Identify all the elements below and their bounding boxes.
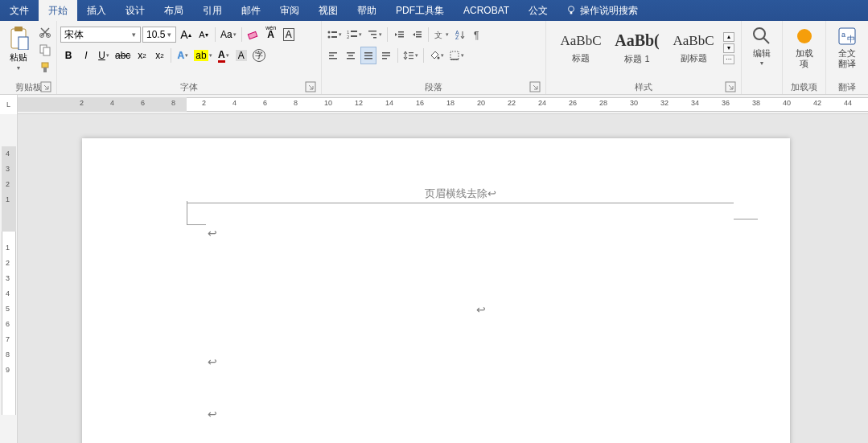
- decrease-indent-button[interactable]: [391, 26, 407, 43]
- tab-pdftools[interactable]: PDF工具集: [386, 0, 454, 21]
- svg-point-55: [754, 28, 765, 39]
- tab-acrobat[interactable]: ACROBAT: [454, 0, 519, 21]
- align-justify-icon: [363, 50, 374, 61]
- style-heading1[interactable]: AaBb( 标题 1: [609, 26, 665, 71]
- shrink-font-button[interactable]: A▾: [195, 26, 212, 43]
- styles-more-button[interactable]: ▴▾⋯: [723, 32, 734, 64]
- underline-button[interactable]: U▾: [96, 47, 112, 64]
- document-canvas[interactable]: 页眉横线去除↩ ↩ ↩ ↩ ↩: [18, 114, 868, 443]
- svg-point-0: [569, 6, 574, 12]
- svg-point-56: [797, 29, 812, 43]
- tab-review[interactable]: 审阅: [270, 0, 309, 21]
- change-case-button[interactable]: Aa▾: [219, 26, 238, 43]
- align-distribute-button[interactable]: [378, 47, 394, 64]
- svg-text:2: 2: [347, 35, 350, 39]
- group-label-clipboard: 剪贴板: [3, 80, 53, 94]
- styles-gallery[interactable]: AaBbC 标题 AaBb( 标题 1 AaBbC 副标题 ▴▾⋯: [549, 23, 738, 71]
- dialog-launcher-icon[interactable]: [305, 81, 316, 92]
- ribbon: 粘贴 ▼ 剪贴板 宋体▾ 10.5▾ A▴ A▾: [0, 21, 868, 95]
- style-subtitle[interactable]: AaBbC 副标题: [665, 26, 722, 71]
- align-left-button[interactable]: [325, 47, 341, 64]
- tell-me-search[interactable]: 操作说明搜索: [557, 4, 646, 18]
- enclose-characters-button[interactable]: 字: [251, 47, 267, 64]
- svg-rect-42: [364, 55, 372, 57]
- increase-indent-button[interactable]: [409, 26, 425, 43]
- dialog-launcher-icon[interactable]: [529, 81, 541, 92]
- vertical-ruler[interactable]: 4321123456789: [0, 114, 18, 443]
- header-margin-mark-right: [734, 219, 758, 219]
- svg-point-14: [328, 31, 331, 34]
- translate-button[interactable]: a中 全文翻译: [829, 23, 865, 69]
- show-marks-button[interactable]: ¶: [470, 26, 486, 43]
- tab-layout[interactable]: 布局: [154, 0, 193, 21]
- dialog-launcher-icon[interactable]: [40, 81, 51, 92]
- svg-rect-44: [382, 52, 390, 54]
- phonetic-guide-button[interactable]: wénA: [263, 26, 279, 43]
- tab-gongwen[interactable]: 公文: [519, 0, 557, 21]
- highlight-button[interactable]: ab▾: [192, 47, 213, 64]
- character-shading-button[interactable]: A: [233, 47, 249, 64]
- font-size-combo[interactable]: 10.5▾: [142, 27, 176, 43]
- header-area[interactable]: 页眉横线去除↩: [187, 187, 734, 203]
- shading-button[interactable]: ▾: [427, 47, 446, 64]
- tab-mailings[interactable]: 邮件: [232, 0, 270, 21]
- strikethrough-button[interactable]: abc: [113, 47, 132, 64]
- sort-icon: AZ: [455, 29, 466, 40]
- addins-button[interactable]: 加载项: [786, 23, 822, 69]
- cut-button[interactable]: [37, 24, 53, 40]
- bullets-button[interactable]: ▾: [325, 26, 343, 43]
- svg-rect-45: [382, 55, 390, 57]
- tab-design[interactable]: 设计: [116, 0, 154, 21]
- tab-home[interactable]: 开始: [39, 0, 77, 21]
- svg-rect-4: [19, 37, 28, 50]
- multilevel-list-button[interactable]: ▾: [365, 26, 384, 43]
- copy-button[interactable]: [37, 42, 53, 58]
- paste-label: 粘贴: [10, 51, 27, 64]
- scissors-icon: [39, 26, 51, 39]
- tab-insert[interactable]: 插入: [77, 0, 116, 21]
- tab-file[interactable]: 文件: [0, 0, 39, 21]
- paragraph-mark: ↩: [208, 227, 217, 240]
- character-border-button[interactable]: A: [281, 26, 297, 43]
- tab-selector[interactable]: L: [0, 95, 18, 114]
- superscript-button[interactable]: x2: [151, 47, 167, 64]
- svg-rect-1: [570, 12, 573, 14]
- bold-button[interactable]: B: [60, 47, 76, 64]
- grow-font-button[interactable]: A▴: [178, 26, 194, 43]
- line-spacing-button[interactable]: ▾: [401, 47, 420, 64]
- format-painter-button[interactable]: [37, 59, 53, 76]
- dialog-launcher-icon[interactable]: [725, 81, 736, 92]
- sort-button[interactable]: AZ: [452, 26, 468, 43]
- svg-rect-25: [398, 31, 404, 33]
- font-name-combo[interactable]: 宋体▾: [60, 27, 141, 43]
- svg-rect-47: [409, 52, 413, 53]
- tab-help[interactable]: 帮助: [348, 0, 386, 21]
- tab-view[interactable]: 视图: [309, 0, 348, 21]
- editing-button[interactable]: 编辑 ▼: [745, 23, 779, 66]
- svg-rect-12: [248, 31, 257, 39]
- page[interactable]: 页眉横线去除↩ ↩ ↩ ↩ ↩: [82, 138, 790, 443]
- clear-formatting-button[interactable]: [245, 26, 261, 43]
- group-label-addins: 加载项: [786, 80, 822, 94]
- borders-button[interactable]: ▾: [447, 47, 466, 64]
- svg-text:a: a: [841, 31, 845, 39]
- paste-button[interactable]: 粘贴 ▼: [5, 24, 32, 72]
- horizontal-ruler[interactable]: 8642246810121416182022242628303234363840…: [18, 95, 868, 113]
- borders-icon: [449, 50, 460, 61]
- group-font: 宋体▾ 10.5▾ A▴ A▾ Aa▾ wénA A B I U▾ abc x: [57, 21, 322, 94]
- font-color-button[interactable]: A▾: [216, 47, 232, 64]
- svg-rect-17: [331, 36, 337, 38]
- subscript-button[interactable]: x2: [134, 47, 150, 64]
- numbering-button[interactable]: 12▾: [345, 26, 364, 43]
- svg-rect-22: [368, 31, 376, 32]
- style-title[interactable]: AaBbC 标题: [553, 26, 609, 71]
- align-center-button[interactable]: [343, 47, 359, 64]
- text-effects-button[interactable]: A▾: [175, 47, 191, 64]
- svg-rect-10: [43, 68, 47, 72]
- align-justify-button[interactable]: [360, 47, 376, 64]
- paragraph-mark: ↩: [476, 303, 486, 317]
- text-direction-button[interactable]: 文▾: [432, 26, 450, 43]
- tab-references[interactable]: 引用: [193, 0, 232, 21]
- italic-button[interactable]: I: [78, 47, 94, 64]
- group-addins: 加载项 加载项: [783, 21, 826, 94]
